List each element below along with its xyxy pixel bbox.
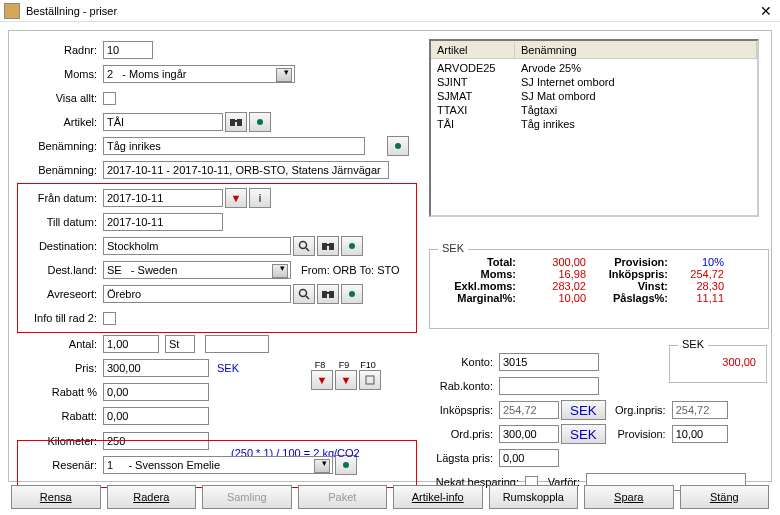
sek-mini-legend: SEK [678,338,708,350]
artikel-label: Artikel: [17,116,103,128]
konto-label: Konto: [429,356,499,368]
total-value: 300,00 [524,256,586,268]
paket-button: Paket [298,485,388,509]
antal-label: Antal: [17,338,103,350]
resenar-select[interactable] [103,456,333,474]
rabattp-label: Rabatt % [17,386,103,398]
provision-label: Provision: [594,256,668,268]
article-row[interactable]: TÅITåg inrikes [431,117,757,131]
radnr-input[interactable] [103,41,153,59]
rabattp-input[interactable] [103,383,209,401]
visa-label: Visa allt: [17,92,103,104]
provision-input[interactable] [672,425,728,443]
ordpris-label: Ord.pris: [429,428,499,440]
artikel-input[interactable] [103,113,223,131]
article-name: Arvode 25% [515,62,757,74]
window-title: Beställning - priser [26,5,756,17]
svg-point-4 [395,143,401,149]
f9-label: F9 [333,360,355,370]
svg-rect-17 [366,376,374,384]
orginpris-input [672,401,728,419]
travel-section-highlight [17,183,417,333]
article-name: Tågtaxi [515,104,757,116]
ordpris-input[interactable] [499,425,559,443]
antal-extra-input [205,335,269,353]
article-list[interactable]: Artikel Benämning ARVODE25Arvode 25%SJIN… [429,39,759,217]
vinst-label: Vinst: [594,280,668,292]
pris-input[interactable] [103,359,209,377]
f10-label: F10 [357,360,379,370]
main-frame: Radnr: Moms: Visa allt: Artikel: Benämni… [8,30,772,482]
article-row[interactable]: SJINTSJ Internet ombord [431,75,757,89]
stang-button[interactable]: Stäng [680,485,770,509]
moms-label: Moms: [17,68,103,80]
sek-group: SEK Total: 300,00 Provision: 10% Moms: 1… [429,249,769,329]
exklmoms-label: Exkl.moms: [442,280,516,292]
article-code: TÅI [431,118,515,130]
col-benamning-header[interactable]: Benämning [515,42,757,58]
spara-button[interactable]: Spara [584,485,674,509]
lagsta-input[interactable] [499,449,559,467]
f9-button[interactable]: ▼ [335,370,357,390]
lagsta-label: Lägsta pris: [429,452,499,464]
benamning-input[interactable] [103,137,365,155]
sek-button[interactable]: SEK [561,400,606,420]
article-name: SJ Internet ombord [515,76,757,88]
f8-button[interactable]: ▼ [311,370,333,390]
article-name: SJ Mat ombord [515,90,757,102]
dot-icon[interactable] [387,136,409,156]
orginpris-label: Org.inpris: [606,404,672,416]
benamning2-input[interactable] [103,161,389,179]
rensa-button[interactable]: Rensa [11,485,101,509]
article-code: TTAXI [431,104,515,116]
article-name: Tåg inrikes [515,118,757,130]
rabkonto-input[interactable] [499,377,599,395]
binoculars-icon[interactable] [225,112,247,132]
radera-button[interactable]: Radera [107,485,197,509]
marginal-value: 10,00 [524,292,586,304]
article-row[interactable]: TTAXITågtaxi [431,103,757,117]
visa-checkbox[interactable] [103,92,116,105]
samling-button: Samling [202,485,292,509]
benamning2-label: Benämning: [17,164,103,176]
article-code: ARVODE25 [431,62,515,74]
exklmoms-value: 283,02 [524,280,586,292]
destland-select[interactable] [103,261,291,279]
konto-input[interactable] [499,353,599,371]
provision-label2: Provision: [606,428,672,440]
artikelinfo-button[interactable]: Artikel-info [393,485,483,509]
close-icon[interactable]: ✕ [756,3,776,19]
provision-value: 10% [676,256,724,268]
paslag-value: 11,11 [676,292,724,304]
moms-label2: Moms: [442,268,516,280]
dot-icon[interactable] [249,112,271,132]
col-artikel-header[interactable]: Artikel [431,42,515,58]
rabatt-label: Rabatt: [17,410,103,422]
f10-button[interactable] [359,370,381,390]
moms-value: 16,98 [524,268,586,280]
svg-point-3 [257,119,263,125]
rabatt-input[interactable] [103,407,209,425]
inkopspris-value: 254,72 [676,268,724,280]
rabkonto-label: Rab.konto: [429,380,499,392]
radnr-label: Radnr: [17,44,103,56]
article-code: SJINT [431,76,515,88]
rumskoppla-button[interactable]: Rumskoppla [489,485,579,509]
antal-input[interactable] [103,335,159,353]
vinst-value: 28,30 [676,280,724,292]
app-icon [4,3,20,19]
article-row[interactable]: SJMATSJ Mat ombord [431,89,757,103]
sek-button2[interactable]: SEK [561,424,606,444]
svg-rect-2 [234,120,238,122]
total-label: Total: [442,256,516,268]
f8-label: F8 [309,360,331,370]
marginal-label: Marginal%: [442,292,516,304]
moms-select[interactable] [103,65,295,83]
inkopspris-label: Inköpspris: [429,404,499,416]
benamning-label: Benämning: [17,140,103,152]
inkopspris-input[interactable] [499,401,559,419]
pris-currency: SEK [209,362,269,374]
sek-legend: SEK [438,242,468,254]
antal-unit-input[interactable] [165,335,195,353]
article-row[interactable]: ARVODE25Arvode 25% [431,61,757,75]
